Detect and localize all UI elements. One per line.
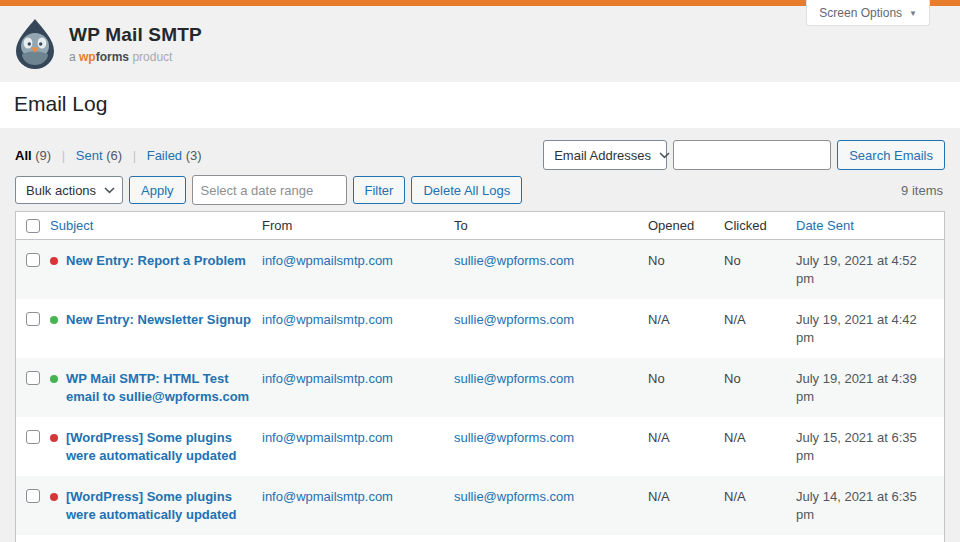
search-input[interactable]: [673, 140, 831, 170]
screen-options-label: Screen Options: [819, 6, 902, 20]
subject-link[interactable]: WP Mail SMTP: HTML Test email to sullie@…: [66, 370, 254, 405]
status-filters: All (9) | Sent (6) | Failed (3): [15, 148, 202, 170]
opened-value: No: [648, 358, 724, 400]
tagline-prefix: a: [69, 50, 76, 64]
clicked-value: No: [724, 358, 796, 400]
subject-link[interactable]: New Entry: Newsletter Signup: [66, 311, 251, 329]
status-dot: [50, 375, 58, 383]
row-checkbox-cell: [16, 476, 50, 503]
select-all-checkbox[interactable]: [26, 219, 40, 233]
row-checkbox-cell: [16, 358, 50, 385]
search-field-select[interactable]: Email Addresses: [543, 140, 667, 170]
to-email-link[interactable]: sullie@wpforms.com: [454, 312, 574, 327]
to-email-link[interactable]: sullie@wpforms.com: [454, 430, 574, 445]
status-dot: [50, 257, 58, 265]
column-header-subject[interactable]: Subject: [50, 218, 262, 233]
date-sent-value: July 19, 2021 at 4:52 pm: [796, 240, 944, 299]
filter-button[interactable]: Filter: [353, 176, 406, 204]
column-header-date-sent[interactable]: Date Sent: [796, 218, 944, 233]
row-checkbox[interactable]: [26, 312, 40, 326]
delete-all-logs-button[interactable]: Delete All Logs: [411, 176, 522, 204]
content-area: All (9) | Sent (6) | Failed (3) Email Ad…: [0, 128, 960, 542]
opened-value: No: [648, 240, 724, 282]
from-email-link[interactable]: info@wpmailsmtp.com: [262, 489, 393, 504]
subject-cell: Your Weekly WPForms Summary: [50, 535, 262, 542]
row-checkbox-cell: [16, 535, 50, 542]
date-sent-value: July 5, 2021 at 2:00 pm: [796, 535, 944, 542]
to-cell: sullie@wpforms.com: [454, 417, 648, 459]
opened-value: N/A: [648, 417, 724, 459]
subject-cell: [WordPress] Some plugins were automatica…: [50, 417, 262, 476]
filter-sent-link[interactable]: Sent: [76, 148, 103, 163]
from-email-link[interactable]: info@wpmailsmtp.com: [262, 253, 393, 268]
filter-all-link[interactable]: All: [15, 148, 32, 163]
subject-link[interactable]: [WordPress] Some plugins were automatica…: [66, 429, 254, 464]
plugin-tagline: a wpforms product: [69, 50, 202, 64]
table-row: [WordPress] Some plugins were automatica…: [16, 417, 944, 476]
clicked-value: No: [724, 535, 796, 542]
opened-value: Yes: [648, 535, 724, 542]
row-checkbox[interactable]: [26, 253, 40, 267]
opened-value: N/A: [648, 476, 724, 518]
to-cell: sullie@wpforms.com: [454, 535, 648, 542]
search-field-select-value: Email Addresses: [554, 148, 651, 163]
table-row: New Entry: Report a Problem info@wpmails…: [16, 240, 944, 299]
filter-failed-link[interactable]: Failed: [147, 148, 182, 163]
from-cell: info@wpmailsmtp.com: [262, 299, 454, 341]
chevron-down-icon: [659, 152, 670, 159]
date-sent-value: July 15, 2021 at 6:35 pm: [796, 417, 944, 476]
filter-all-count: (9): [35, 148, 51, 163]
column-header-from: From: [262, 218, 454, 233]
table-row: [WordPress] Some plugins were automatica…: [16, 476, 944, 535]
from-cell: info@wpmailsmtp.com: [262, 240, 454, 282]
date-sent-value: July 19, 2021 at 4:39 pm: [796, 358, 944, 417]
column-header-clicked: Clicked: [724, 218, 796, 233]
subject-cell: WP Mail SMTP: HTML Test email to sullie@…: [50, 358, 262, 417]
from-email-link[interactable]: info@wpmailsmtp.com: [262, 371, 393, 386]
select-all-cell: [16, 219, 50, 233]
to-cell: sullie@wpforms.com: [454, 476, 648, 518]
row-checkbox[interactable]: [26, 489, 40, 503]
opened-value: N/A: [648, 299, 724, 341]
from-cell: info@wpmailsmtp.com: [262, 417, 454, 459]
table-row: New Entry: Newsletter Signup info@wpmail…: [16, 299, 944, 358]
column-header-to: To: [454, 218, 648, 233]
clicked-value: N/A: [724, 476, 796, 518]
table-toolbar: Bulk actions Apply Filter Delete All Log…: [15, 175, 945, 205]
subject-link[interactable]: [WordPress] Some plugins were automatica…: [66, 488, 254, 523]
date-range-input[interactable]: [192, 175, 347, 205]
bulk-actions-value: Bulk actions: [26, 183, 96, 198]
from-cell: info@wpmailsmtp.com: [262, 476, 454, 518]
email-log-table: Subject From To Opened Clicked Date Sent…: [15, 211, 945, 542]
status-dot: [50, 316, 58, 324]
filter-sent-count: (6): [106, 148, 122, 163]
screen-options-button[interactable]: Screen Options ▼: [806, 0, 930, 26]
table-row: Your Weekly WPForms Summary info@wpmails…: [16, 535, 944, 542]
bulk-actions-select[interactable]: Bulk actions: [15, 176, 123, 204]
row-checkbox[interactable]: [26, 430, 40, 444]
to-email-link[interactable]: sullie@wpforms.com: [454, 489, 574, 504]
subject-cell: [WordPress] Some plugins were automatica…: [50, 476, 262, 535]
from-email-link[interactable]: info@wpmailsmtp.com: [262, 312, 393, 327]
to-email-link[interactable]: sullie@wpforms.com: [454, 371, 574, 386]
clicked-value: No: [724, 240, 796, 282]
items-count: 9 items: [901, 183, 945, 198]
row-checkbox-cell: [16, 417, 50, 444]
row-checkbox[interactable]: [26, 371, 40, 385]
filter-separator: |: [62, 148, 65, 163]
tagline-suffix: product: [132, 50, 172, 64]
subject-cell: New Entry: Report a Problem: [50, 240, 262, 282]
filter-failed-count: (3): [186, 148, 202, 163]
from-email-link[interactable]: info@wpmailsmtp.com: [262, 430, 393, 445]
status-dot: [50, 434, 58, 442]
search-emails-button[interactable]: Search Emails: [837, 140, 945, 170]
apply-button[interactable]: Apply: [129, 176, 186, 204]
from-cell: info@wpmailsmtp.com: [262, 358, 454, 400]
email-log-rows: New Entry: Report a Problem info@wpmails…: [16, 240, 944, 542]
subject-cell: New Entry: Newsletter Signup: [50, 299, 262, 341]
to-email-link[interactable]: sullie@wpforms.com: [454, 253, 574, 268]
table-header-row: Subject From To Opened Clicked Date Sent: [16, 212, 944, 240]
search-controls: Email Addresses Search Emails: [543, 140, 945, 170]
subject-link[interactable]: New Entry: Report a Problem: [66, 252, 246, 270]
page-title: Email Log: [14, 92, 946, 116]
